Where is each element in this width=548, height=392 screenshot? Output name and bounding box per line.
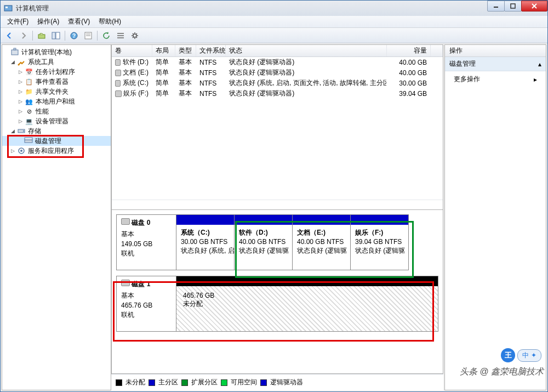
tree-storage[interactable]: ◢存储 [2, 126, 111, 136]
svg-rect-24 [25, 138, 32, 140]
actions-header: 操作 [445, 45, 546, 57]
disk-icon [121, 218, 130, 225]
menu-file[interactable]: 文件(F) [3, 16, 33, 27]
partition[interactable]: 文档（E:)40.00 GB NTFS状态良好 (逻辑驱 [292, 214, 351, 270]
tree-services[interactable]: ▷服务和应用程序 [2, 146, 111, 156]
col-status[interactable]: 状态 [226, 45, 387, 56]
disk-graphic-panel: 磁盘 0基本149.05 GB联机系统（C:)30.00 GB NTFS状态良好… [111, 210, 443, 374]
svg-rect-6 [38, 35, 45, 38]
actions-more[interactable]: 更多操作▸ [445, 71, 546, 87]
disk-icon [121, 280, 130, 286]
partition[interactable]: 系统（C:)30.00 GB NTFS状态良好 (系统, 启 [176, 214, 235, 270]
close-button[interactable] [521, 1, 547, 12]
menu-bar: 文件(F) 操作(A) 查看(V) 帮助(H) [1, 16, 547, 28]
disk-info[interactable]: 磁盘 0基本149.05 GB联机 [116, 214, 176, 270]
show-hide-tree-button[interactable] [49, 30, 62, 42]
menu-view[interactable]: 查看(V) [64, 16, 94, 27]
tree-item[interactable]: ▷📁共享文件夹 [2, 87, 111, 96]
col-type[interactable]: 类型 [175, 45, 196, 56]
tree-systools[interactable]: ◢系统工具 [2, 57, 111, 67]
volume-row[interactable]: 文档 (E:)简单基本NTFS状态良好 (逻辑驱动器)40.00 GB [112, 67, 443, 78]
collapse-icon: ▴ [538, 60, 541, 68]
legend-ext-swatch [181, 379, 188, 386]
svg-rect-14 [117, 33, 124, 34]
help-icon[interactable]: ? [67, 30, 81, 42]
svg-point-26 [20, 150, 22, 152]
drive-icon [115, 80, 121, 87]
back-button[interactable] [3, 30, 16, 42]
volume-row[interactable]: 娱乐 (F:)简单基本NTFS状态良好 (逻辑驱动器)39.04 GB [112, 88, 443, 99]
svg-rect-19 [14, 48, 16, 50]
tree-item[interactable]: ▷📋事件查看器 [2, 77, 111, 87]
svg-rect-16 [117, 37, 124, 38]
maximize-button[interactable] [504, 1, 522, 12]
svg-rect-18 [12, 50, 18, 55]
volume-row[interactable]: 系统 (C:)简单基本NTFS状态良好 (系统, 启动, 页面文件, 活动, 故… [112, 78, 443, 88]
col-fs[interactable]: 文件系统 [196, 45, 226, 56]
tree-panel: 计算机管理(本地) ◢系统工具 ▷📅任务计划程序▷📋事件查看器▷📁共享文件夹▷👥… [2, 44, 111, 390]
drive-icon [115, 90, 122, 97]
svg-rect-23 [25, 140, 32, 143]
unallocated-space[interactable]: 465.76 GB未分配 [176, 276, 438, 332]
svg-text:?: ? [72, 33, 76, 39]
disk-row: 磁盘 0基本149.05 GB联机系统（C:)30.00 GB NTFS状态良好… [116, 214, 438, 270]
svg-rect-7 [52, 32, 55, 39]
col-layout[interactable]: 布局 [152, 45, 175, 56]
tree-root[interactable]: 计算机管理(本地) [2, 47, 111, 57]
legend: 未分配 主分区 扩展分区 可用空间 逻辑驱动器 [111, 374, 443, 390]
col-capacity[interactable]: 容量 [387, 45, 431, 56]
minimize-button[interactable] [487, 1, 505, 12]
svg-point-22 [23, 130, 24, 132]
tree-diskmgmt[interactable]: 磁盘管理 [2, 136, 111, 146]
legend-free-swatch [221, 379, 227, 386]
svg-point-17 [133, 34, 136, 37]
title-bar: 计算机管理 [1, 1, 547, 16]
svg-rect-1 [5, 7, 8, 8]
ime-badge[interactable]: 王 中✦ [501, 348, 541, 362]
partition[interactable]: 软件（D:)40.00 GB NTFS状态良好 (逻辑驱 [234, 214, 293, 270]
partition[interactable]: 娱乐（F:)39.04 GB NTFS状态良好 (逻辑驱 [350, 214, 409, 270]
col-volume[interactable]: 卷 [112, 45, 152, 56]
tree-item[interactable]: ▷💻设备管理器 [2, 116, 111, 126]
drive-icon [115, 70, 121, 76]
legend-primary-swatch [149, 379, 155, 386]
actions-panel: 操作 磁盘管理▴ 更多操作▸ [444, 44, 546, 390]
disk-info[interactable]: 磁盘 1基本465.76 GB联机 [116, 276, 176, 332]
tree-item[interactable]: ▷👥本地用户和组 [2, 96, 111, 106]
drive-icon [115, 59, 121, 66]
tree-item[interactable]: ▷⊘性能 [2, 106, 111, 116]
settings-icon[interactable] [128, 30, 141, 42]
chevron-right-icon: ▸ [534, 76, 537, 83]
disk-row: 磁盘 1基本465.76 GB联机465.76 GB未分配 [116, 276, 438, 332]
window-title: 计算机管理 [16, 4, 488, 13]
horizontal-scrollbar[interactable] [112, 200, 443, 209]
list-view-button[interactable] [114, 30, 127, 42]
watermark: 头条 @ 鑫荣电脑技术 [460, 366, 544, 378]
menu-help[interactable]: 帮助(H) [94, 16, 125, 27]
toolbar: ? [1, 28, 547, 43]
legend-logical-swatch [260, 379, 267, 386]
volume-row[interactable]: 软件 (D:)简单基本NTFS状态良好 (逻辑驱动器)40.00 GB [112, 57, 443, 67]
up-button[interactable] [35, 30, 48, 42]
forward-button[interactable] [17, 30, 30, 42]
svg-rect-8 [56, 32, 60, 39]
menu-action[interactable]: 操作(A) [33, 16, 64, 27]
volume-header: 卷 布局 类型 文件系统 状态 容量 [112, 45, 443, 57]
app-icon [4, 4, 13, 13]
properties-button[interactable] [82, 30, 95, 42]
svg-rect-15 [117, 35, 124, 36]
actions-group[interactable]: 磁盘管理▴ [445, 57, 546, 71]
refresh-button[interactable] [100, 30, 113, 42]
tree-item[interactable]: ▷📅任务计划程序 [2, 67, 111, 77]
svg-rect-3 [511, 4, 515, 8]
legend-unalloc-swatch [116, 379, 122, 386]
svg-point-20 [18, 64, 20, 66]
volume-list: 卷 布局 类型 文件系统 状态 容量 软件 (D:)简单基本NTFS状态良好 (… [111, 44, 443, 210]
